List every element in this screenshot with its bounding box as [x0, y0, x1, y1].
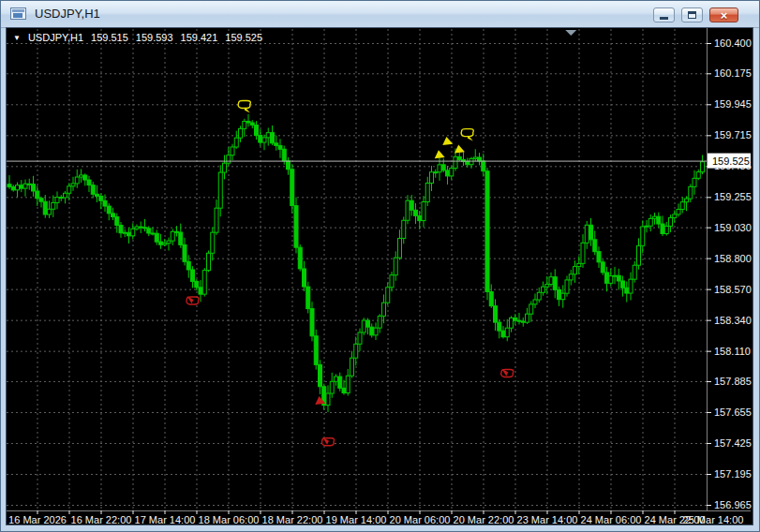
candle-body [223, 163, 227, 172]
time-axis-label: 19 Mar 14:00 [326, 514, 387, 525]
candle-body [517, 320, 521, 321]
restore-button[interactable] [681, 7, 703, 22]
minimize-button[interactable] [653, 7, 675, 22]
candle-body [191, 270, 195, 281]
symbol-dropdown-icon[interactable]: ▼ [13, 34, 21, 42]
candle-body [398, 238, 402, 258]
candle-body [195, 281, 199, 287]
candle-body [689, 186, 693, 199]
hand-down-icon [461, 129, 473, 137]
candle-body [601, 262, 604, 273]
candle-body [64, 193, 67, 198]
candle-body [609, 276, 613, 284]
candle-body [143, 228, 147, 229]
ohlc-low: 159.421 [181, 32, 218, 43]
candle-body [83, 175, 87, 180]
candle-body [664, 226, 668, 233]
candle-body [648, 218, 652, 226]
candle-body [32, 185, 36, 191]
time-axis-label: 16 Mar 22:00 [71, 514, 132, 525]
price-axis-label: 158.570 [714, 284, 752, 295]
candle-body [103, 200, 107, 206]
hand-down-icon [238, 100, 250, 108]
candle-body [653, 216, 657, 218]
candle-body [207, 253, 211, 270]
time-axis-label: 18 Mar 06:00 [199, 514, 260, 525]
candle-body [175, 231, 179, 232]
candle-body [561, 293, 565, 300]
candle-body [112, 214, 115, 217]
candle-body [271, 133, 275, 143]
candle-body [234, 138, 238, 147]
candle-body [661, 224, 664, 233]
minimize-icon [660, 17, 668, 20]
candle-body [39, 199, 43, 201]
candle-body [314, 336, 318, 365]
candle-body [501, 331, 505, 337]
candle-body [139, 227, 142, 228]
candle-body [52, 202, 55, 209]
restore-icon [688, 11, 696, 19]
candle-body [370, 327, 374, 335]
candle-body [378, 316, 381, 328]
candle-body [71, 184, 75, 186]
candle-body [425, 183, 429, 201]
candle-body [390, 275, 394, 288]
price-axis: 160.400160.175159.945159.715159.485159.2… [707, 37, 752, 510]
triangle-up-marker [433, 149, 445, 159]
price-axis-label: 157.655 [714, 406, 752, 418]
candle-body [147, 229, 151, 233]
candle-body [211, 232, 215, 253]
candle-body [514, 318, 517, 320]
triangle-up-icon [441, 136, 454, 146]
candle-body [366, 320, 370, 327]
candle-body [657, 216, 661, 224]
candle-body [478, 157, 482, 161]
candle-body [55, 198, 59, 203]
time-axis-label: 25 Mar 14:00 [683, 514, 744, 525]
candle-body [485, 171, 489, 292]
candle-body [533, 300, 537, 304]
candle-body [374, 328, 378, 335]
candle-body [430, 172, 434, 184]
candle-body [593, 240, 597, 252]
candle-body [250, 123, 254, 126]
title-bar[interactable]: USDJPY,H1 × [1, 1, 759, 28]
candle-body [446, 170, 450, 176]
candle-body [569, 274, 573, 280]
candle-body [342, 388, 346, 392]
candle-body [494, 306, 498, 322]
close-button[interactable]: × [709, 7, 738, 22]
candle-body [87, 180, 91, 185]
candle-body [529, 304, 533, 314]
candle-body [99, 196, 103, 200]
candle-body [11, 187, 15, 190]
candle-body [553, 277, 557, 290]
time-axis-label: 24 Mar 06:00 [581, 514, 642, 525]
time-axis: 16 Mar 202616 Mar 22:0017 Mar 14:0018 Ma… [8, 510, 743, 525]
candle-body [629, 279, 633, 293]
candle-body [597, 252, 601, 262]
candle-body [326, 393, 330, 406]
candle-body [498, 322, 501, 331]
ohlc-symbol-period: USDJPY,H1 [28, 32, 83, 43]
triangle-up-marker [441, 136, 454, 146]
candle-body [167, 241, 171, 244]
candle-body [545, 285, 549, 288]
hand-up-marker [186, 296, 199, 304]
candle-body [537, 292, 541, 300]
candle-body [346, 376, 350, 392]
candle-body [581, 243, 585, 263]
candle-body [482, 161, 485, 171]
candle-body [677, 209, 680, 214]
chart-canvas[interactable]: 160.400160.175159.945159.715159.485159.2… [7, 28, 753, 525]
candle-body [673, 214, 677, 218]
candle-body [450, 169, 454, 176]
candle-body [406, 200, 410, 220]
time-axis-label: 16 Mar 2026 [8, 514, 67, 525]
candle-body [80, 175, 83, 177]
candle-body [394, 258, 397, 274]
candle-body [510, 318, 514, 328]
candle-body [542, 287, 545, 292]
candle-body [282, 149, 286, 160]
